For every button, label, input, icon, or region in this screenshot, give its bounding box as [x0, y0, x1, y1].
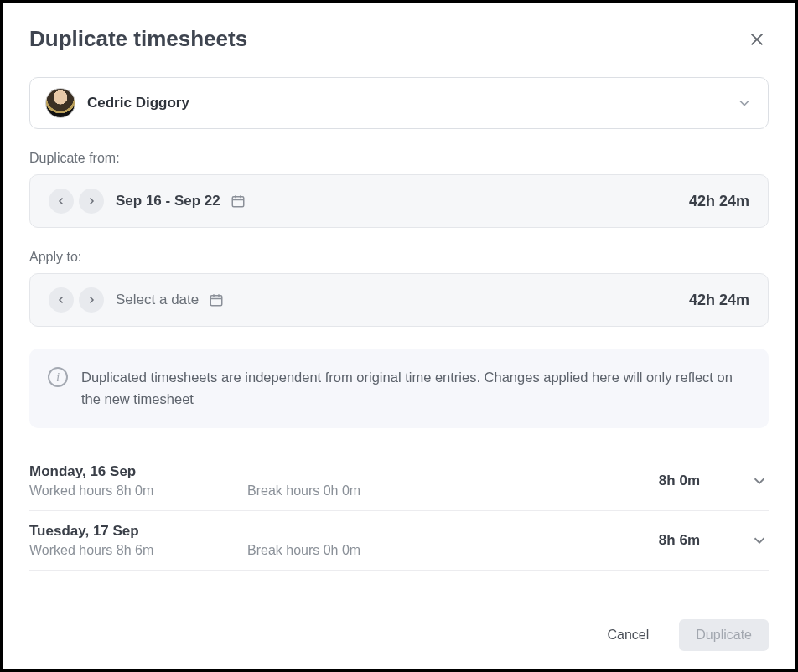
day-row: Monday, 16 Sep Worked hours 8h 0m Break …: [29, 452, 769, 511]
apply-next-button[interactable]: [79, 287, 104, 313]
chevron-down-icon[interactable]: [750, 531, 769, 550]
modal-header: Duplicate timesheets: [29, 26, 769, 52]
prev-week-button[interactable]: [49, 189, 74, 214]
close-icon: [748, 30, 766, 49]
chevron-right-icon: [86, 295, 96, 305]
break-hours: Break hours 0h 0m: [247, 543, 398, 558]
next-week-button[interactable]: [79, 189, 104, 214]
avatar: [45, 88, 75, 118]
break-hours: Break hours 0h 0m: [247, 483, 398, 499]
apply-prev-button[interactable]: [49, 287, 74, 313]
chevron-left-icon: [56, 196, 66, 206]
modal-title: Duplicate timesheets: [29, 26, 247, 52]
day-total: 8h 6m: [659, 532, 700, 549]
svg-rect-6: [211, 296, 223, 306]
info-text: Duplicated timesheets are independent fr…: [81, 367, 750, 410]
duplicate-from-total: 42h 24m: [689, 193, 749, 210]
user-name: Cedric Diggory: [87, 95, 189, 111]
duplicate-timesheets-modal: Duplicate timesheets Cedric Diggory Dupl…: [3, 3, 795, 669]
info-icon: i: [48, 367, 68, 387]
user-select[interactable]: Cedric Diggory: [29, 77, 769, 129]
duplicate-from-bar: Sep 16 - Sep 22 42h 24m: [29, 174, 769, 228]
day-name: Monday, 16 Sep: [29, 463, 659, 480]
day-name: Tuesday, 17 Sep: [29, 523, 659, 540]
calendar-icon: [209, 292, 224, 308]
worked-hours: Worked hours 8h 0m: [29, 483, 180, 499]
close-button[interactable]: [745, 28, 769, 51]
apply-to-label: Apply to:: [29, 250, 769, 265]
chevron-left-icon: [56, 295, 66, 305]
chevron-down-icon[interactable]: [750, 472, 769, 490]
day-row: Tuesday, 17 Sep Worked hours 8h 6m Break…: [29, 511, 769, 571]
apply-to-date[interactable]: Select a date: [116, 292, 224, 308]
duplicate-from-range[interactable]: Sep 16 - Sep 22: [116, 193, 246, 209]
chevron-right-icon: [86, 196, 96, 206]
calendar-icon: [231, 194, 246, 209]
chevron-down-icon: [736, 95, 753, 111]
info-box: i Duplicated timesheets are independent …: [29, 349, 769, 428]
svg-rect-2: [232, 197, 244, 207]
duplicate-button[interactable]: Duplicate: [679, 619, 769, 651]
apply-to-placeholder: Select a date: [116, 292, 199, 308]
duplicate-from-range-text: Sep 16 - Sep 22: [116, 193, 220, 209]
apply-to-total: 42h 24m: [689, 292, 749, 309]
modal-footer: Cancel Duplicate: [3, 604, 795, 669]
worked-hours: Worked hours 8h 6m: [29, 543, 180, 558]
duplicate-from-label: Duplicate from:: [29, 151, 769, 166]
apply-to-bar: Select a date 42h 24m: [29, 273, 769, 327]
cancel-button[interactable]: Cancel: [590, 619, 666, 651]
day-total: 8h 0m: [659, 473, 700, 489]
user-select-left: Cedric Diggory: [45, 88, 189, 118]
